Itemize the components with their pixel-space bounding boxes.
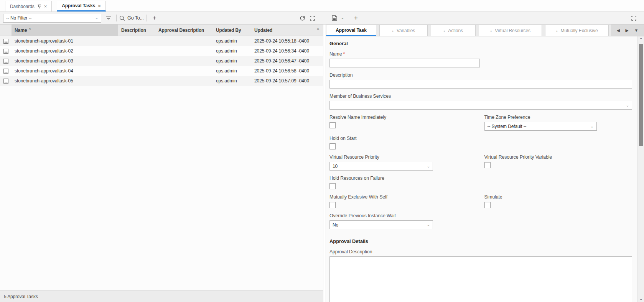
cell-name: stonebranch-approvaltask-05 (12, 78, 118, 84)
cell-name: stonebranch-approvaltask-01 (12, 38, 118, 44)
task-details-icon[interactable] (0, 79, 12, 84)
cell-updated: 2025-09-24 10:55:18 -0400 (251, 38, 323, 44)
chevron-down-icon: ⌄ (427, 223, 430, 227)
chevron-down-icon: ⌄ (95, 16, 98, 20)
section-title-general: General (329, 41, 632, 46)
simulate-checkbox[interactable] (484, 202, 491, 208)
cell-name: stonebranch-approvaltask-03 (12, 58, 118, 64)
approval-task-form: General Name* Description Member of Busi… (326, 36, 637, 302)
chevron-down-icon: ⌄ (626, 103, 629, 107)
mutually-exclusive-with-self-label: Mutually Exclusive With Self (329, 194, 478, 200)
go-to-button[interactable]: Go To... (119, 15, 144, 21)
list-rows: stonebranch-approvaltask-01 ops.admin 20… (0, 36, 323, 291)
hold-resources-on-failure-label: Hold Resources on Failure (329, 176, 632, 181)
approval-tasks-list-pane: Name ^ Description Approval Description … (0, 25, 323, 302)
list-toolbar: -- No Filter -- ⌄ Go To... + (0, 13, 323, 23)
pin-icon[interactable] (37, 4, 41, 9)
time-zone-preference-dropdown[interactable]: -- System Default -- ⌄ (484, 122, 597, 131)
scroll-down-icon[interactable]: ⌄ (638, 296, 644, 301)
filter-select[interactable]: -- No Filter -- ⌄ (3, 14, 101, 23)
cell-updated-by: ops.admin (213, 48, 251, 54)
sort-ascending-icon: ^ (29, 27, 31, 32)
tab-status-dot-icon: ● (556, 30, 557, 32)
close-icon[interactable]: × (98, 3, 101, 8)
task-details-icon[interactable] (0, 39, 12, 44)
cell-updated-by: ops.admin (213, 58, 251, 64)
tab-nav-menu-icon[interactable]: ▼ (634, 28, 639, 33)
window-tab-label: Dashboards (10, 4, 35, 9)
member-of-business-services-dropdown[interactable]: ⌄ (329, 101, 632, 110)
name-field[interactable] (329, 59, 480, 67)
tab-variables[interactable]: ● Variables (379, 25, 428, 36)
cell-updated: 2025-09-24 10:56:58 -0400 (251, 68, 323, 74)
new-detail-icon[interactable]: + (351, 13, 361, 23)
toolbar-separator (116, 15, 117, 21)
cell-name: stonebranch-approvaltask-04 (12, 68, 118, 74)
cell-updated: 2025-09-24 10:56:47 -0400 (251, 58, 323, 64)
window-tab-bar: Dashboards × Approval Tasks × (0, 0, 644, 12)
tab-approval-task[interactable]: Approval Task (326, 25, 376, 36)
scrollbar-thumb[interactable] (639, 44, 643, 146)
new-record-icon[interactable]: + (150, 13, 160, 23)
filter-icon[interactable] (104, 13, 114, 23)
virtual-resource-priority-dropdown[interactable]: 10 ⌄ (329, 162, 433, 171)
table-row[interactable]: stonebranch-approvaltask-02 ops.admin 20… (0, 46, 323, 56)
tab-nav-left-icon[interactable]: ◀ (617, 28, 620, 33)
column-header-updated-by[interactable]: Updated By (213, 25, 251, 36)
window-tab-dashboards[interactable]: Dashboards × (5, 1, 52, 11)
cell-updated-by: ops.admin (213, 68, 251, 74)
column-header-updated[interactable]: Updated (251, 25, 313, 36)
hold-on-start-label: Hold on Start (329, 136, 632, 141)
mutually-exclusive-with-self-checkbox[interactable] (329, 202, 336, 208)
close-icon[interactable]: × (44, 4, 47, 9)
cell-updated: 2025-09-24 10:56:34 -0400 (251, 48, 323, 54)
cell-name: stonebranch-approvaltask-02 (12, 48, 118, 54)
table-row[interactable]: stonebranch-approvaltask-03 ops.admin 20… (0, 56, 323, 66)
scroll-up-icon[interactable]: ⌃ (638, 37, 644, 42)
virtual-resource-priority-variable-checkbox[interactable] (484, 162, 491, 168)
task-details-icon[interactable] (0, 49, 12, 54)
refresh-icon[interactable] (297, 13, 307, 23)
override-previous-instance-wait-dropdown[interactable]: No ⌄ (329, 220, 433, 229)
tab-nav-right-icon[interactable]: ▶ (626, 28, 629, 33)
approval-description-label: Approval Description (329, 249, 632, 254)
maximize-list-icon[interactable] (307, 13, 317, 23)
maximize-detail-icon[interactable] (629, 13, 639, 23)
table-row[interactable]: stonebranch-approvaltask-01 ops.admin 20… (0, 36, 323, 46)
table-row[interactable]: stonebranch-approvaltask-05 ops.admin 20… (0, 76, 323, 86)
column-header-description[interactable]: Description (118, 25, 155, 36)
record-count: 5 Approval Tasks (4, 294, 38, 299)
chevron-down-icon: ⌄ (590, 125, 593, 128)
save-icon[interactable] (329, 13, 339, 23)
save-menu-chevron-icon[interactable]: ⌄ (339, 13, 346, 23)
tab-scroll-controls: ◀ ▶ ▼ (611, 25, 644, 36)
tab-status-dot-icon: ● (392, 30, 394, 32)
tab-mutually-exclusive[interactable]: ● Mutually Exclusive (545, 25, 609, 36)
hold-on-start-checkbox[interactable] (329, 143, 336, 149)
description-field[interactable] (329, 80, 632, 89)
window-tab-approval-tasks[interactable]: Approval Tasks × (57, 1, 106, 11)
table-row[interactable]: stonebranch-approvaltask-04 ops.admin 20… (0, 66, 323, 76)
detail-scrollbar[interactable]: ⌃ ⌄ (637, 36, 644, 302)
search-icon (119, 15, 125, 21)
required-marker: * (343, 51, 345, 57)
tab-status-dot-icon: ● (443, 30, 445, 32)
tab-actions[interactable]: ● Actions (431, 25, 476, 36)
column-header-approval-description[interactable]: Approval Description (155, 25, 213, 36)
list-status-bar: 5 Approval Tasks (0, 291, 323, 302)
task-details-icon[interactable] (0, 59, 12, 64)
hold-resources-on-failure-checkbox[interactable] (329, 183, 336, 189)
task-details-icon[interactable] (0, 69, 12, 74)
approval-description-field[interactable] (329, 256, 632, 302)
tab-virtual-resources[interactable]: ● Virtual Resources (479, 25, 542, 36)
virtual-resource-priority-label: Virtual Resource Priority (329, 154, 478, 160)
window-tab-label: Approval Tasks (62, 3, 95, 8)
detail-toolbar: ⌄ + (323, 13, 644, 23)
column-header-icon (0, 25, 12, 36)
list-scroll-up-icon[interactable]: ⌃ (313, 25, 323, 36)
resolve-name-immediately-checkbox[interactable] (329, 122, 336, 128)
column-header-name[interactable]: Name ^ (12, 25, 118, 36)
cell-updated: 2025-09-24 10:57:09 -0400 (251, 78, 323, 84)
member-of-business-services-label: Member of Business Services (329, 94, 632, 99)
resolve-name-immediately-label: Resolve Name Immediately (329, 115, 478, 120)
